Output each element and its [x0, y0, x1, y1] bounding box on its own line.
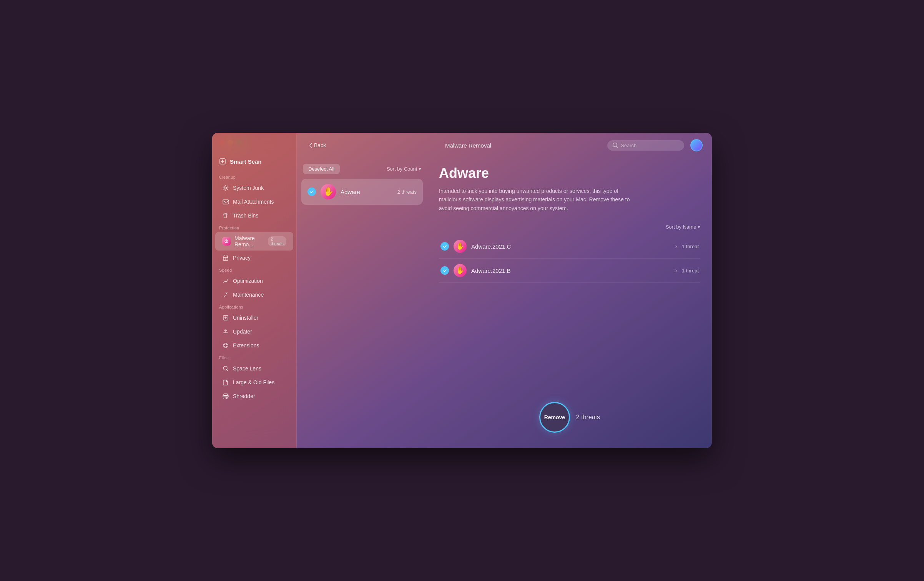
section-label-applications: Applications: [212, 302, 296, 311]
sidebar-item-space-lens[interactable]: Space Lens: [215, 362, 293, 375]
svg-point-7: [223, 366, 227, 370]
section-label-cleanup: Cleanup: [212, 172, 296, 181]
header-title: Malware Removal: [335, 142, 601, 149]
privacy-icon: [222, 254, 229, 261]
sidebar-item-label: Mail Attachments: [233, 199, 274, 205]
svg-point-5: [225, 259, 226, 260]
subthreat-count: 1 threat: [682, 268, 699, 274]
left-panel: Deselect All Sort by Count ▾ ✋ Adware 2 …: [297, 158, 427, 448]
sidebar-item-maintenance[interactable]: Maintenance: [215, 288, 293, 301]
sort-by-count-button[interactable]: Sort by Count ▾: [387, 166, 421, 172]
sidebar-item-shredder[interactable]: Shredder: [215, 390, 293, 403]
header: Back Malware Removal: [297, 133, 712, 158]
sidebar-item-trash-bins[interactable]: Trash Bins: [215, 209, 293, 222]
svg-point-10: [613, 143, 617, 147]
extensions-icon: [222, 342, 229, 349]
subthreat-name: Adware.2021.B: [471, 267, 671, 274]
sidebar-item-privacy[interactable]: Privacy: [215, 251, 293, 264]
app-window: Smart Scan Cleanup System Junk Mail Atta…: [212, 133, 712, 448]
sidebar-item-large-old-files[interactable]: Large & Old Files: [215, 376, 293, 389]
list-toolbar: Deselect All Sort by Count ▾: [301, 162, 423, 176]
avatar[interactable]: [690, 139, 703, 151]
smart-scan-label: Smart Scan: [230, 158, 262, 165]
sidebar-item-mail-attachments[interactable]: Mail Attachments: [215, 195, 293, 208]
svg-rect-2: [223, 200, 229, 204]
sidebar-item-label: Updater: [233, 329, 252, 335]
adware-icon: ✋: [321, 184, 336, 199]
smart-scan-icon: [219, 158, 226, 165]
sidebar-item-label: Space Lens: [233, 365, 261, 372]
checkbox-adware-c: [440, 242, 449, 251]
sidebar-item-system-junk[interactable]: System Junk: [215, 181, 293, 194]
section-label-protection: Protection: [212, 222, 296, 232]
sidebar-item-label: Uninstaller: [233, 315, 258, 321]
svg-point-1: [225, 187, 227, 189]
sidebar-item-label: Maintenance: [233, 292, 264, 298]
sidebar-item-label: Optimization: [233, 278, 263, 284]
svg-rect-9: [224, 394, 228, 395]
checkbox-adware-b: [440, 266, 449, 275]
main-content: Back Malware Removal Deselect All Sort b…: [297, 133, 712, 448]
sidebar-item-label: Extensions: [233, 342, 259, 349]
sidebar-item-label: Trash Bins: [233, 212, 258, 219]
large-files-icon: [222, 379, 229, 386]
maintenance-icon: [222, 291, 229, 298]
trash-icon: [222, 212, 229, 219]
optimization-icon: [222, 277, 229, 284]
sidebar: Smart Scan Cleanup System Junk Mail Atta…: [212, 133, 297, 448]
section-label-files: Files: [212, 352, 296, 362]
mail-icon: [222, 198, 229, 205]
subthreat-chevron-b-icon: ›: [675, 267, 677, 274]
sidebar-item-uninstaller[interactable]: Uninstaller: [215, 311, 293, 324]
sidebar-item-label: Privacy: [233, 255, 251, 261]
section-label-speed: Speed: [212, 265, 296, 274]
sidebar-item-label: Malware Remo...: [234, 235, 264, 247]
panels: Deselect All Sort by Count ▾ ✋ Adware 2 …: [297, 158, 712, 448]
sidebar-item-updater[interactable]: Updater: [215, 325, 293, 338]
subthreat-count: 1 threat: [682, 244, 699, 249]
updater-icon: [222, 328, 229, 335]
checkbox-adware: [307, 188, 316, 196]
search-icon: [613, 143, 618, 148]
malware-icon: [222, 237, 231, 246]
sidebar-item-smart-scan[interactable]: Smart Scan: [212, 154, 296, 169]
subthreat-name: Adware.2021.C: [471, 243, 671, 250]
uninstaller-icon: [222, 314, 229, 321]
bottom-bar: Remove 2 threats: [439, 394, 700, 440]
adware-b-icon: ✋: [454, 264, 467, 277]
threat-count: 2 threats: [397, 189, 417, 195]
sidebar-item-label: System Junk: [233, 185, 264, 191]
right-panel: Adware Intended to trick you into buying…: [427, 158, 712, 448]
subthreat-toolbar: Sort by Name ▾: [439, 224, 700, 230]
back-label: Back: [314, 142, 326, 148]
threats-total-label: 2 threats: [576, 414, 600, 421]
malware-badge: 2 threats: [268, 236, 286, 246]
search-input[interactable]: [621, 143, 675, 148]
subthreat-chevron-icon: ›: [675, 243, 677, 250]
space-lens-icon: [222, 365, 229, 372]
subthreat-item-adware-2021-b[interactable]: ✋ Adware.2021.B › 1 threat: [439, 259, 700, 283]
detail-title: Adware: [439, 165, 700, 181]
subthreat-item-adware-2021-c[interactable]: ✋ Adware.2021.C › 1 threat: [439, 234, 700, 259]
deselect-all-button[interactable]: Deselect All: [303, 164, 340, 174]
remove-button[interactable]: Remove: [539, 402, 570, 433]
detail-description: Intended to trick you into buying unwant…: [439, 187, 639, 212]
sidebar-item-label: Large & Old Files: [233, 379, 274, 385]
sidebar-item-optimization[interactable]: Optimization: [215, 274, 293, 287]
shredder-icon: [222, 393, 229, 400]
back-button[interactable]: Back: [306, 141, 329, 150]
adware-c-icon: ✋: [454, 240, 467, 253]
sidebar-item-extensions[interactable]: Extensions: [215, 339, 293, 352]
search-box[interactable]: [607, 140, 684, 151]
sidebar-item-label: Shredder: [233, 393, 255, 399]
threat-item-adware[interactable]: ✋ Adware 2 threats: [301, 179, 423, 205]
threat-name: Adware: [341, 189, 392, 195]
sidebar-item-malware-removal[interactable]: Malware Remo... 2 threats: [215, 232, 293, 251]
back-chevron-icon: [309, 143, 312, 148]
sort-by-name-button[interactable]: Sort by Name ▾: [666, 224, 700, 230]
gear-icon: [222, 184, 229, 191]
